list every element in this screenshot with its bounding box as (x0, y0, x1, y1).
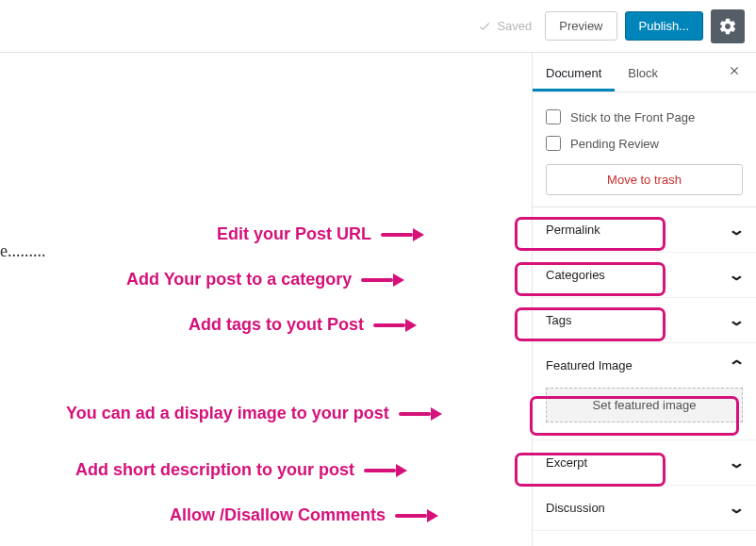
pending-review-label: Pending Review (570, 137, 659, 151)
move-to-trash-button[interactable]: Move to trash (546, 164, 743, 195)
annotation-excerpt: Add short description to your post (75, 460, 407, 480)
editor-placeholder: e......... (0, 241, 46, 261)
chevron-down-icon: ⌄ (728, 499, 745, 517)
saved-label: Saved (497, 19, 532, 33)
panel-categories-label: Categories (546, 268, 605, 282)
annotation-permalink: Edit your Post URL (217, 224, 424, 244)
annotation-tags: Add tags to yout Post (189, 315, 417, 335)
tab-document[interactable]: Document (533, 53, 615, 91)
panel-tags[interactable]: Tags ⌄ (533, 298, 756, 343)
panel-tags-label: Tags (546, 313, 571, 327)
arrow-icon (399, 407, 442, 421)
panel-featured-image[interactable]: Featured Image ⌄ (533, 343, 756, 388)
panel-permalink-label: Permalink (546, 223, 600, 237)
arrow-icon (361, 273, 404, 287)
stick-front-checkbox[interactable]: Stick to the Front Page (546, 104, 743, 130)
panel-excerpt[interactable]: Excerpt ⌄ (533, 440, 756, 486)
tab-block[interactable]: Block (615, 53, 671, 91)
arrow-icon (381, 228, 424, 241)
pending-review-input[interactable] (546, 136, 561, 151)
close-sidebar-button[interactable] (716, 55, 752, 91)
pending-review-checkbox[interactable]: Pending Review (546, 130, 743, 157)
settings-sidebar: Document Block Stick to the Front Page P… (532, 53, 756, 546)
publish-button[interactable]: Publish... (625, 11, 703, 41)
gear-icon (718, 17, 737, 36)
set-featured-image-button[interactable]: Set featured image (546, 388, 743, 422)
arrow-icon (364, 464, 407, 477)
panel-discussion-label: Discussion (546, 501, 605, 515)
annotation-categories: Add Your post to a category (126, 270, 404, 290)
sidebar-tabs: Document Block (533, 53, 756, 92)
arrow-icon (373, 319, 417, 332)
saved-status: Saved (478, 19, 532, 33)
top-toolbar: Saved Preview Publish... (0, 0, 756, 53)
panel-featured-label: Featured Image (546, 358, 633, 372)
chevron-down-icon: ⌄ (728, 454, 745, 472)
status-section: Stick to the Front Page Pending Review M… (533, 92, 756, 207)
annotation-featured: You can ad a display image to your post (66, 404, 442, 423)
chevron-down-icon: ⌄ (728, 266, 745, 284)
arrow-icon (395, 509, 438, 522)
preview-button[interactable]: Preview (545, 11, 616, 41)
settings-button[interactable] (711, 9, 745, 43)
annotation-discussion: Allow /Disallow Comments (170, 505, 438, 525)
chevron-down-icon: ⌄ (728, 311, 745, 329)
panel-excerpt-label: Excerpt (546, 455, 587, 470)
chevron-up-icon: ⌄ (728, 356, 745, 374)
panel-permalink[interactable]: Permalink ⌄ (533, 207, 756, 253)
panel-discussion[interactable]: Discussion ⌄ (533, 486, 756, 531)
close-icon (728, 64, 741, 77)
featured-image-body: Set featured image (533, 388, 756, 440)
stick-front-input[interactable] (546, 109, 561, 124)
stick-front-label: Stick to the Front Page (570, 110, 695, 124)
chevron-down-icon: ⌄ (728, 221, 745, 239)
panel-categories[interactable]: Categories ⌄ (533, 253, 756, 298)
check-icon (478, 20, 491, 33)
